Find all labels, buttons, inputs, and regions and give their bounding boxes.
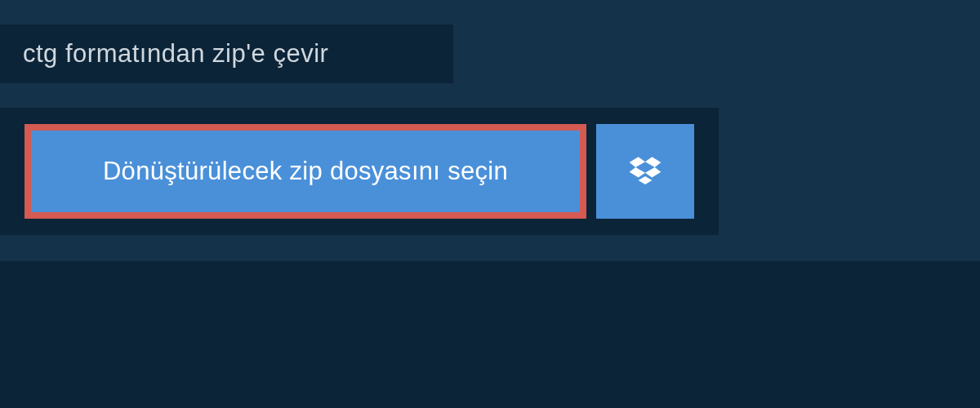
dropbox-button[interactable] (596, 124, 694, 219)
upload-section: Dönüştürülecek zip dosyasını seçin (0, 108, 719, 235)
dropbox-icon (628, 154, 662, 188)
page-title: ctg formatından zip'e çevir (23, 39, 430, 69)
select-file-label: Dönüştürülecek zip dosyasını seçin (103, 157, 508, 186)
bottom-panel-background (0, 261, 980, 408)
select-file-button[interactable]: Dönüştürülecek zip dosyasını seçin (24, 124, 586, 219)
header-bar: ctg formatından zip'e çevir (0, 24, 453, 83)
content-wrapper: ctg formatından zip'e çevir Dönüştürülec… (0, 0, 980, 235)
